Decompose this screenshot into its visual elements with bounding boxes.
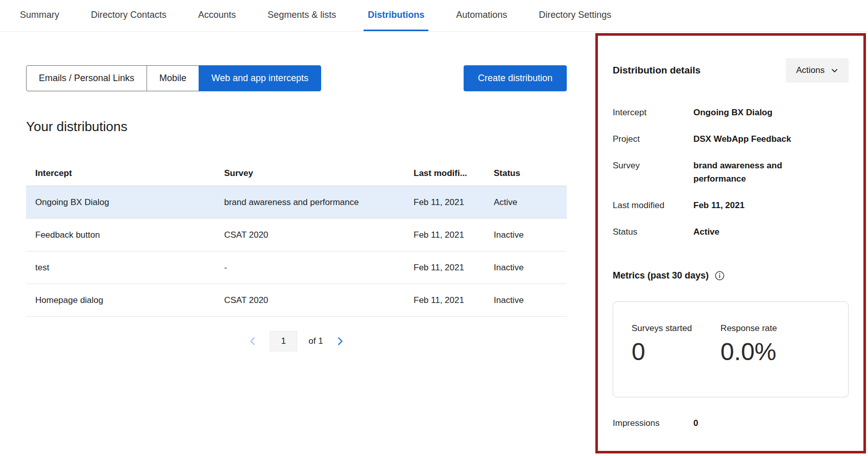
field-status: Status Active bbox=[613, 225, 849, 239]
chevron-right-icon[interactable] bbox=[334, 336, 346, 347]
create-distribution-button[interactable]: Create distribution bbox=[464, 65, 567, 91]
tab-segments-lists[interactable]: Segments & lists bbox=[263, 0, 340, 31]
table-row[interactable]: test - Feb 11, 2021 Inactive bbox=[26, 251, 567, 284]
metric-value: 0 bbox=[632, 338, 692, 366]
impressions-row: Impressions 0 bbox=[613, 417, 849, 430]
column-header-survey: Survey bbox=[215, 160, 404, 186]
cell-intercept: Homepage dialog bbox=[26, 284, 215, 317]
tab-automations[interactable]: Automations bbox=[452, 0, 511, 31]
field-label: Last modified bbox=[613, 199, 693, 212]
top-navigation: Summary Directory Contacts Accounts Segm… bbox=[0, 0, 868, 32]
distributions-content: Emails / Personal Links Mobile Web and a… bbox=[26, 32, 567, 351]
distributions-table: Intercept Survey Last modifi... Status O… bbox=[26, 160, 567, 317]
actions-label: Actions bbox=[796, 65, 825, 75]
table-row[interactable]: Homepage dialog CSAT 2020 Feb 11, 2021 I… bbox=[26, 284, 567, 317]
field-last-modified: Last modified Feb 11, 2021 bbox=[613, 199, 849, 212]
chevron-down-icon bbox=[831, 67, 838, 74]
metrics-header: Metrics (past 30 days) bbox=[613, 270, 849, 281]
metric-label: Surveys started bbox=[632, 323, 692, 334]
cell-last-modified: Feb 11, 2021 bbox=[404, 284, 485, 317]
cell-status: Active bbox=[485, 186, 567, 219]
field-label: Status bbox=[613, 225, 693, 239]
distribution-type-segmented-control: Emails / Personal Links Mobile Web and a… bbox=[26, 65, 321, 91]
field-value: Ongoing BX Dialog bbox=[693, 106, 773, 119]
cell-last-modified: Feb 11, 2021 bbox=[404, 251, 485, 284]
metrics-card: Surveys started 0 Response rate 0.0% bbox=[613, 301, 849, 397]
field-label: Project bbox=[613, 133, 693, 146]
pagination: of 1 bbox=[26, 331, 567, 351]
cell-survey: - bbox=[215, 251, 404, 284]
impressions-value: 0 bbox=[693, 417, 698, 430]
column-header-last-modified: Last modifi... bbox=[404, 160, 485, 186]
cell-last-modified: Feb 11, 2021 bbox=[404, 186, 485, 219]
cell-status: Inactive bbox=[485, 284, 567, 317]
cell-intercept: Feedback button bbox=[26, 219, 215, 251]
tab-summary[interactable]: Summary bbox=[16, 0, 63, 31]
chevron-left-icon[interactable] bbox=[247, 336, 258, 347]
cell-intercept: test bbox=[26, 251, 215, 284]
column-header-status: Status bbox=[485, 160, 567, 186]
field-intercept: Intercept Ongoing BX Dialog bbox=[613, 106, 849, 119]
metric-response-rate: Response rate 0.0% bbox=[720, 323, 777, 397]
metrics-title: Metrics (past 30 days) bbox=[613, 270, 709, 281]
metric-surveys-started: Surveys started 0 bbox=[632, 323, 692, 397]
cell-survey: brand awareness and performance bbox=[215, 186, 404, 219]
field-value: DSX WebApp Feedback bbox=[693, 133, 791, 146]
tab-accounts[interactable]: Accounts bbox=[194, 0, 240, 31]
segment-web-and-app-intercepts[interactable]: Web and app intercepts bbox=[199, 65, 321, 91]
field-value: brand awareness and performance bbox=[693, 159, 827, 186]
field-project: Project DSX WebApp Feedback bbox=[613, 133, 849, 146]
field-label: Survey bbox=[613, 159, 693, 186]
details-fields: Intercept Ongoing BX Dialog Project DSX … bbox=[613, 106, 849, 239]
page-number-input[interactable] bbox=[270, 331, 297, 351]
info-icon[interactable] bbox=[715, 271, 725, 281]
cell-last-modified: Feb 11, 2021 bbox=[404, 219, 485, 251]
details-title: Distribution details bbox=[613, 65, 701, 76]
metric-label: Response rate bbox=[720, 323, 777, 334]
field-value: Active bbox=[693, 225, 719, 239]
table-row[interactable]: Feedback button CSAT 2020 Feb 11, 2021 I… bbox=[26, 219, 567, 251]
field-label: Intercept bbox=[613, 106, 693, 119]
segment-mobile[interactable]: Mobile bbox=[147, 65, 199, 91]
tab-distributions[interactable]: Distributions bbox=[364, 0, 428, 31]
table-header-row: Intercept Survey Last modifi... Status bbox=[26, 160, 567, 186]
segment-emails-personal-links[interactable]: Emails / Personal Links bbox=[26, 65, 147, 91]
cell-survey: CSAT 2020 bbox=[215, 284, 404, 317]
page-title: Your distributions bbox=[26, 119, 567, 135]
cell-intercept: Ongoing BX Dialog bbox=[26, 186, 215, 219]
metric-value: 0.0% bbox=[720, 338, 777, 366]
details-header: Distribution details Actions bbox=[613, 58, 849, 83]
cell-survey: CSAT 2020 bbox=[215, 219, 404, 251]
field-survey: Survey brand awareness and performance bbox=[613, 159, 849, 186]
page-count-label: of 1 bbox=[308, 336, 323, 346]
distributions-toolbar: Emails / Personal Links Mobile Web and a… bbox=[26, 65, 567, 91]
tab-directory-settings[interactable]: Directory Settings bbox=[535, 0, 615, 31]
actions-button[interactable]: Actions bbox=[786, 58, 849, 83]
cell-status: Inactive bbox=[485, 251, 567, 284]
cell-status: Inactive bbox=[485, 219, 567, 251]
column-header-intercept: Intercept bbox=[26, 160, 215, 186]
field-value: Feb 11, 2021 bbox=[693, 199, 744, 212]
impressions-label: Impressions bbox=[613, 417, 693, 430]
table-row[interactable]: Ongoing BX Dialog brand awareness and pe… bbox=[26, 186, 567, 219]
tab-directory-contacts[interactable]: Directory Contacts bbox=[87, 0, 171, 31]
distribution-details-panel: Distribution details Actions Intercept O… bbox=[595, 33, 866, 453]
